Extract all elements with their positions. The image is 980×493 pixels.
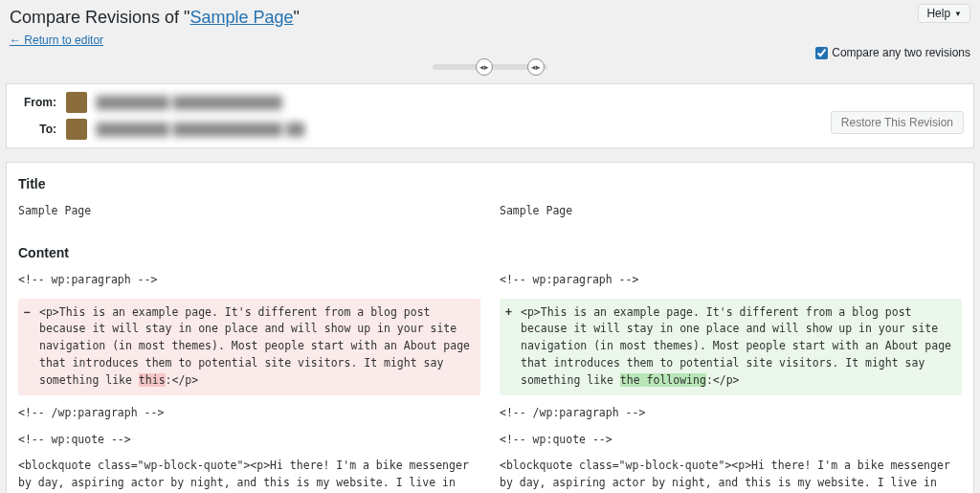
code-line: <!-- /wp:paragraph --> <box>18 405 480 422</box>
restore-revision-button: Restore This Revision <box>831 111 964 134</box>
avatar <box>66 92 87 113</box>
compare-toggle-label: Compare any two revisions <box>832 46 970 59</box>
to-author-blurred: ████████ ████████████ ██ <box>97 123 305 136</box>
slider-track[interactable]: ◂▸ ◂▸ <box>433 64 547 70</box>
heading-suffix: " <box>294 8 300 27</box>
help-label: Help <box>926 7 950 20</box>
code-line: <!-- wp:quote --> <box>18 432 480 449</box>
minus-icon: − <box>24 304 31 322</box>
content-left-col: <!-- wp:paragraph --> −<p>This is an exa… <box>18 272 480 493</box>
chevron-down-icon: ▼ <box>954 10 962 18</box>
compare-checkbox[interactable] <box>815 47 828 59</box>
to-row: To: ████████ ████████████ ██ <box>18 119 962 140</box>
return-to-editor-link[interactable]: ← Return to editor <box>10 34 103 47</box>
code-line: <blockquote class="wp-block-quote"><p>Hi… <box>18 458 480 493</box>
content-section-header: Content <box>18 245 962 260</box>
code-line: <blockquote class="wp-block-quote"><p>Hi… <box>500 458 962 493</box>
title-right: Sample Page <box>500 203 962 220</box>
slider-handle-from[interactable]: ◂▸ <box>476 58 493 76</box>
added-text: the following <box>620 373 706 387</box>
code-line: <!-- wp:paragraph --> <box>18 272 480 289</box>
to-label: To: <box>18 123 56 136</box>
help-dropdown[interactable]: Help ▼ <box>918 4 970 23</box>
from-row: From: ████████ ████████████ <box>18 92 962 113</box>
content-right-col: <!-- wp:paragraph --> +<p>This is an exa… <box>500 272 962 493</box>
diff-panel: Title Sample Page Sample Page Content <!… <box>6 162 974 493</box>
from-author-blurred: ████████ ████████████ <box>97 96 282 109</box>
diff-added-block: +<p>This is an example page. It's differ… <box>500 299 962 395</box>
revision-meta: From: ████████ ████████████ To: ████████… <box>6 83 974 148</box>
title-section-header: Title <box>18 176 962 191</box>
diff-removed-block: −<p>This is an example page. It's differ… <box>18 299 480 395</box>
from-label: From: <box>18 96 56 109</box>
page-title: Compare Revisions of "Sample Page" <box>10 8 970 28</box>
page-title-link[interactable]: Sample Page <box>189 8 293 27</box>
code-line: <!-- wp:paragraph --> <box>500 272 962 289</box>
code-line: <!-- /wp:paragraph --> <box>500 405 962 422</box>
slider-handle-to[interactable]: ◂▸ <box>527 58 545 76</box>
plus-icon: + <box>505 304 512 322</box>
heading-prefix: Compare Revisions of " <box>10 8 189 27</box>
title-left: Sample Page <box>18 203 480 220</box>
avatar <box>66 119 87 140</box>
removed-text: this <box>139 373 166 387</box>
compare-any-two-toggle[interactable]: Compare any two revisions <box>815 46 970 59</box>
code-line: <!-- wp:quote --> <box>500 432 962 449</box>
